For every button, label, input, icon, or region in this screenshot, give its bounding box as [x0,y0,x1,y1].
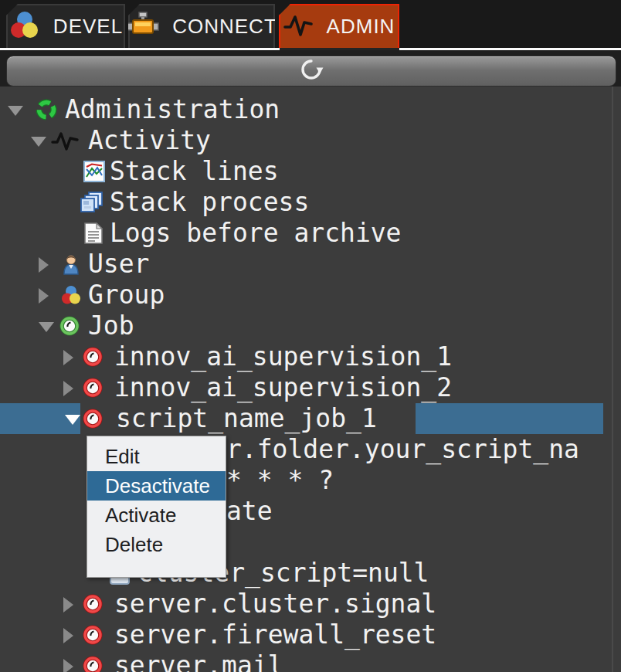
expander-expanded-icon[interactable] [8,106,23,116]
red-clock-icon [82,346,104,368]
refresh-icon [299,57,324,85]
tabbar-underline-gap [280,48,399,50]
expander-collapsed-icon[interactable] [63,597,73,613]
tree-row: Administration [0,94,621,125]
expander-expanded-icon[interactable] [31,137,46,147]
green-ring-icon [36,99,57,120]
network-connector-icon [126,10,160,44]
tree-item-script-name-job-1[interactable]: script_name_job_1 [116,403,377,434]
app-window: DEVEL CONNECT ADMIN [0,0,621,672]
tree-item-logs-before-archive[interactable]: Logs before archive [110,218,402,249]
red-clock-icon [82,377,104,399]
menu-item-activate[interactable]: Activate [87,501,226,530]
expander-collapsed-icon[interactable] [63,381,73,396]
tree-item-stack-process[interactable]: Stack process [110,187,309,218]
menu-item-delete[interactable]: Delete [87,530,226,559]
tree-row: server.mail [0,650,621,672]
tree-row: Logs before archive [0,218,621,249]
color-circles-icon [60,284,82,306]
expander-collapsed-icon[interactable] [39,257,49,273]
tree-item-server-mail[interactable]: server.mail [114,650,283,672]
tree-row: Activity [0,125,621,156]
tree-item-cron-partial[interactable]: * * * ? [226,465,334,496]
context-menu: Edit Desactivate Activate Delete [87,436,226,578]
tree-row: server.firewall_reset [0,619,621,650]
tree-item-administration[interactable]: Administration [65,94,280,125]
refresh-button[interactable] [6,56,616,87]
expander-collapsed-icon[interactable] [39,288,49,304]
tab-connect-label: CONNECT [172,15,277,39]
red-clock-icon [82,408,104,429]
tree-item-activity[interactable]: Activity [88,125,211,156]
tree-row: innov_ai_supervision_2 [0,372,621,403]
red-clock-icon [82,655,104,672]
tabbar-underline [0,48,280,50]
stacked-windows-icon [80,192,104,213]
tree-row: innov_ai_supervision_1 [0,341,621,372]
activity-pulse-icon [51,131,80,151]
tree-item-job[interactable]: Job [88,311,134,341]
tree-row: Job [0,311,621,341]
tab-admin[interactable]: ADMIN [279,4,399,48]
color-circles-icon [8,10,41,44]
tree-item-ate-partial[interactable]: ate [226,496,273,527]
menu-item-desactivate[interactable]: Desactivate [87,471,226,501]
tree-row: Stack process [0,187,621,218]
tab-bar: DEVEL CONNECT ADMIN [0,0,621,48]
tree-item-group[interactable]: Group [88,280,165,311]
tree-item-script-path-partial[interactable]: r.folder.your_script_na [226,434,579,465]
expander-expanded-icon[interactable] [65,415,80,425]
document-icon [83,222,104,244]
tab-admin-label: ADMIN [327,15,395,39]
tree-item-innov-ai-supervision-2[interactable]: innov_ai_supervision_2 [114,372,452,403]
green-clock-icon [59,315,80,337]
tree-item-user[interactable]: User [88,249,149,280]
red-clock-icon [82,593,104,615]
tab-devel[interactable]: DEVEL [6,4,125,48]
tree-item-server-cluster-signal[interactable]: server.cluster.signal [114,589,436,619]
line-chart-icon [83,161,105,182]
tree-row: server.cluster.signal [0,589,621,619]
tree-item-server-firewall-reset[interactable]: server.firewall_reset [114,619,436,650]
tab-connect[interactable]: CONNECT [128,4,275,48]
menu-item-edit[interactable]: Edit [87,442,226,471]
activity-pulse-icon [283,12,314,42]
red-clock-icon [82,624,104,646]
tree-row: Stack lines [0,156,621,187]
tab-devel-label: DEVEL [53,15,123,39]
person-icon [60,253,82,275]
expander-collapsed-icon[interactable] [63,659,73,672]
expander-collapsed-icon[interactable] [63,628,73,643]
tree-row: Group [0,280,621,311]
expander-collapsed-icon[interactable] [63,350,73,365]
tabbar-underline [399,48,621,50]
tree-item-stack-lines[interactable]: Stack lines [110,156,279,187]
tree-row: User [0,249,621,280]
tree-item-innov-ai-supervision-1[interactable]: innov_ai_supervision_1 [114,341,452,372]
tree-row-selected: script_name_job_1 [0,403,621,434]
expander-expanded-icon[interactable] [39,322,54,332]
